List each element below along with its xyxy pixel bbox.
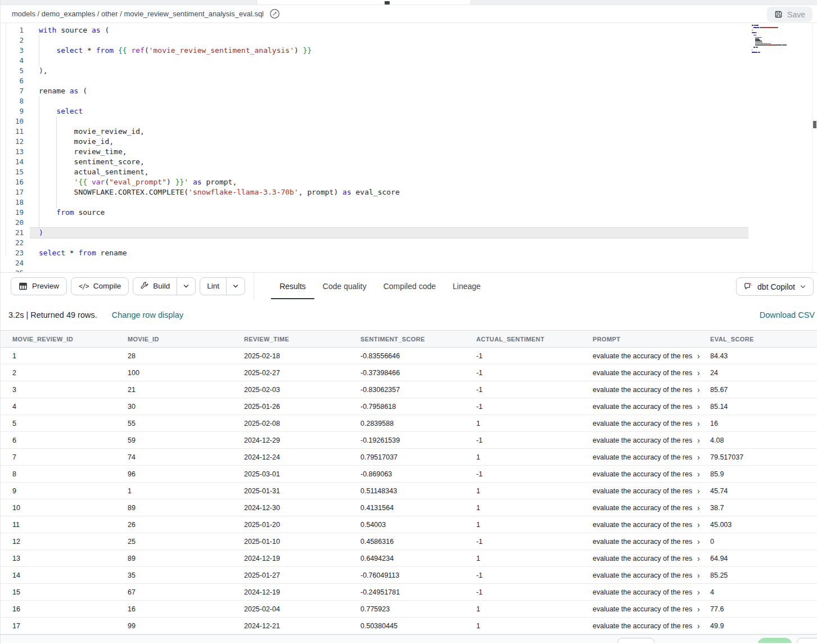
chevron-right-icon[interactable]: › xyxy=(697,453,700,461)
chevron-right-icon[interactable]: › xyxy=(697,386,700,394)
chevron-right-icon[interactable]: › xyxy=(697,352,700,360)
code-area[interactable]: with source as ( select * from {{ ref('m… xyxy=(30,23,748,272)
compile-button[interactable]: </> Compile xyxy=(71,277,129,295)
cell-actual-sentiment: 1 xyxy=(476,504,593,512)
cell-prompt[interactable]: evaluate the accuracy of the res…› xyxy=(593,369,710,377)
table-row: 10892024-12-300.41315641evaluate the acc… xyxy=(1,499,817,516)
save-button[interactable]: Save xyxy=(767,7,813,22)
chevron-right-icon[interactable]: › xyxy=(697,521,700,529)
tab-results[interactable]: Results xyxy=(271,273,314,300)
line-number: 16 xyxy=(6,177,24,187)
build-dropdown[interactable] xyxy=(177,278,195,295)
code-line[interactable] xyxy=(30,35,748,46)
cell-movie-id: 99 xyxy=(128,622,244,630)
cell-prompt[interactable]: evaluate the accuracy of the res…› xyxy=(593,420,710,427)
dbt-copilot-button[interactable]: dbt Copilot xyxy=(736,277,814,296)
cell-prompt[interactable]: evaluate the accuracy of the res…› xyxy=(593,555,710,562)
code-line[interactable]: select * from rename xyxy=(30,248,748,258)
cell-movie-review-id: 17 xyxy=(12,622,128,630)
cell-prompt[interactable]: evaluate the accuracy of the res…› xyxy=(593,386,710,394)
code-line[interactable] xyxy=(30,258,748,268)
code-token: SNOWFLAKE.CORTEX.COMPLETE( xyxy=(39,188,188,196)
cell-prompt[interactable]: evaluate the accuracy of the res…› xyxy=(593,436,710,444)
code-line[interactable]: review_time, xyxy=(30,147,748,157)
chevron-right-icon[interactable]: › xyxy=(697,504,700,512)
partial-success-pill[interactable] xyxy=(757,638,792,643)
chevron-right-icon[interactable]: › xyxy=(697,403,700,411)
partial-button[interactable] xyxy=(617,638,654,643)
cell-actual-sentiment: -1 xyxy=(476,470,593,478)
code-line[interactable]: from source xyxy=(30,208,748,218)
code-line[interactable]: '{{ var("eval_prompt") }}' as prompt, xyxy=(30,177,748,187)
tab-code-quality[interactable]: Code quality xyxy=(314,273,375,300)
chevron-right-icon[interactable]: › xyxy=(697,588,700,596)
cell-prompt[interactable]: evaluate the accuracy of the res…› xyxy=(593,352,710,360)
sql-code-editor[interactable]: 1234567891011121314151617181920212223242… xyxy=(1,23,817,272)
code-line[interactable]: rename as ( xyxy=(30,86,748,96)
code-line[interactable]: ) xyxy=(30,228,748,238)
code-line[interactable] xyxy=(30,238,748,248)
code-line[interactable] xyxy=(30,76,748,86)
preview-button[interactable]: Preview xyxy=(11,277,67,295)
cell-prompt[interactable]: evaluate the accuracy of the res…› xyxy=(593,453,710,461)
code-line[interactable]: sentiment_score, xyxy=(30,157,748,167)
copy-link-icon[interactable] xyxy=(269,8,280,19)
chevron-right-icon[interactable]: › xyxy=(697,470,700,478)
scrollbar-thumb[interactable] xyxy=(813,121,816,128)
copilot-label: dbt Copilot xyxy=(757,282,795,291)
cell-prompt[interactable]: evaluate the accuracy of the res…› xyxy=(593,403,710,411)
line-number: 8 xyxy=(6,96,24,106)
code-line[interactable] xyxy=(30,96,748,106)
code-line[interactable]: movie_review_id, xyxy=(30,127,748,137)
chevron-right-icon[interactable]: › xyxy=(697,369,700,377)
code-line[interactable] xyxy=(30,218,748,228)
cell-prompt[interactable]: evaluate the accuracy of the res…› xyxy=(593,571,710,579)
code-line[interactable] xyxy=(30,268,748,272)
cell-eval-score: 85.14 xyxy=(710,403,817,411)
code-line[interactable]: actual_sentiment, xyxy=(30,167,748,177)
cell-prompt[interactable]: evaluate the accuracy of the res…› xyxy=(593,487,710,495)
download-csv-link[interactable]: Download CSV xyxy=(760,310,815,319)
code-line[interactable] xyxy=(30,116,748,127)
code-line[interactable]: ), xyxy=(30,66,748,76)
code-line[interactable]: movie_id, xyxy=(30,137,748,147)
code-token: source xyxy=(56,26,92,34)
tab-lineage[interactable]: Lineage xyxy=(444,273,489,300)
chevron-right-icon[interactable]: › xyxy=(697,555,700,562)
change-row-display-link[interactable]: Change row display xyxy=(112,310,183,319)
chevron-right-icon[interactable]: › xyxy=(697,436,700,444)
code-token: "eval_prompt" xyxy=(109,178,166,186)
cell-prompt[interactable]: evaluate the accuracy of the res…› xyxy=(593,588,710,596)
chevron-right-icon[interactable]: › xyxy=(697,571,700,579)
cell-prompt[interactable]: evaluate the accuracy of the res…› xyxy=(593,605,710,613)
editor-scrollbar[interactable] xyxy=(812,23,817,272)
code-line[interactable] xyxy=(30,56,748,66)
build-button[interactable]: Build xyxy=(133,278,177,295)
table-row: 21002025-02-27-0.37398466-1evaluate the … xyxy=(1,364,817,381)
lint-dropdown[interactable] xyxy=(226,278,245,295)
code-line[interactable]: select * from {{ ref('movie_review_senti… xyxy=(30,46,748,56)
cell-prompt[interactable]: evaluate the accuracy of the res…› xyxy=(593,470,710,478)
active-file-tab[interactable] xyxy=(256,0,471,4)
chevron-right-icon[interactable]: › xyxy=(697,487,700,495)
code-line[interactable] xyxy=(30,197,748,208)
code-line[interactable]: select xyxy=(30,106,748,116)
partial-button[interactable] xyxy=(797,638,817,643)
column-header-prompt: PROMPT xyxy=(593,336,710,343)
tab-compiled-code[interactable]: Compiled code xyxy=(375,273,444,300)
chevron-right-icon[interactable]: › xyxy=(697,538,700,546)
chevron-right-icon[interactable]: › xyxy=(697,420,700,427)
cell-review-time: 2025-01-26 xyxy=(244,403,360,411)
code-token: {{ xyxy=(118,46,131,55)
code-minimap[interactable] xyxy=(752,25,811,56)
lint-button[interactable]: Lint xyxy=(200,278,226,295)
cell-prompt[interactable]: evaluate the accuracy of the res…› xyxy=(593,521,710,529)
cell-eval-score: 0 xyxy=(710,538,817,546)
cell-prompt[interactable]: evaluate the accuracy of the res…› xyxy=(593,538,710,546)
code-line[interactable]: with source as ( xyxy=(30,25,748,35)
cell-prompt[interactable]: evaluate the accuracy of the res…› xyxy=(593,504,710,512)
code-line[interactable]: SNOWFLAKE.CORTEX.COMPLETE('snowflake-lla… xyxy=(30,187,748,197)
chevron-right-icon[interactable]: › xyxy=(697,622,700,630)
cell-prompt[interactable]: evaluate the accuracy of the res…› xyxy=(593,622,710,630)
chevron-right-icon[interactable]: › xyxy=(697,605,700,613)
